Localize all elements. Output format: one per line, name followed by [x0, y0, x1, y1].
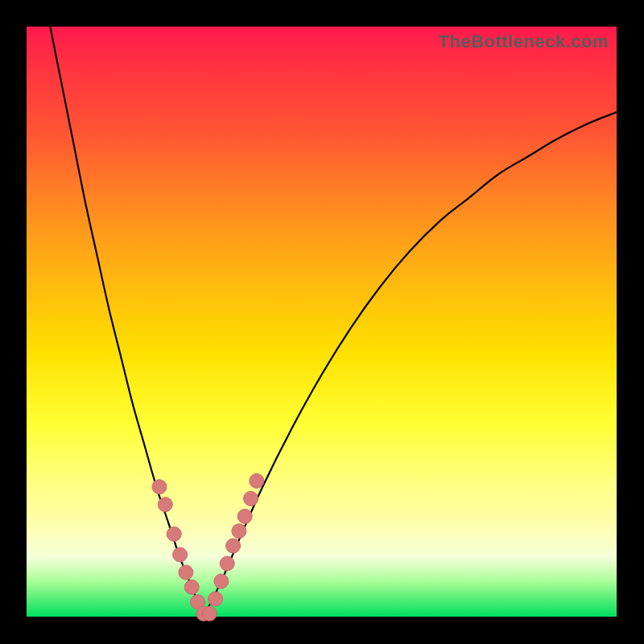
- chart-container: TheBottleneck.com: [0, 0, 644, 644]
- marker-point: [208, 592, 223, 606]
- curve-layer: [27, 27, 617, 617]
- marker-point: [152, 480, 167, 494]
- marker-point: [158, 497, 172, 512]
- marker-point: [220, 556, 234, 571]
- marker-point: [167, 526, 181, 541]
- marker-point: [202, 606, 217, 621]
- marker-point: [179, 565, 193, 580]
- marker-point: [232, 524, 246, 539]
- plot-area: TheBottleneck.com: [27, 27, 617, 617]
- marker-point: [173, 547, 188, 562]
- marker-point: [184, 580, 199, 594]
- marker-point: [250, 473, 264, 488]
- marker-point: [237, 509, 252, 523]
- marker-point: [226, 539, 241, 553]
- marker-point: [244, 491, 258, 506]
- marker-point: [214, 574, 229, 588]
- curve-left-branch: [50, 27, 204, 617]
- curve-right-branch: [204, 112, 617, 617]
